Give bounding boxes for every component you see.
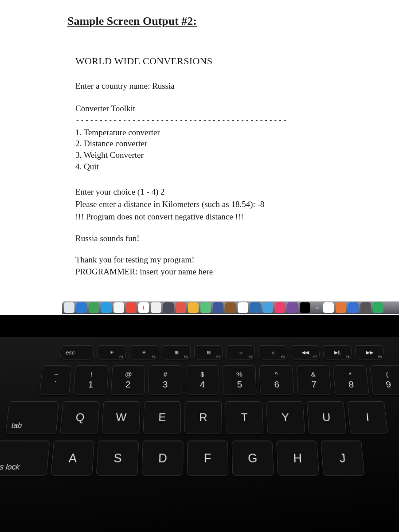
keyboard-key[interactable]: ☀F1 <box>97 345 126 360</box>
dock-app-icon[interactable] <box>89 302 99 313</box>
laptop-keyboard: esc☀F1☀F2⊞F3⊟F4☼F5☼F6◀◀F7▶||F8▶▶F9 ~`!1@… <box>0 337 399 532</box>
dock-app-icon[interactable] <box>64 302 74 313</box>
keyboard-key[interactable]: ⊟F4 <box>194 345 223 360</box>
keyboard-key[interactable]: #3 <box>148 365 182 395</box>
dock-app-icon[interactable] <box>262 302 273 313</box>
dock-app-icon[interactable] <box>213 302 223 313</box>
keyboard-key[interactable]: J <box>321 441 365 476</box>
keyboard-key[interactable]: ▶||F8 <box>322 345 352 360</box>
keyboard-key[interactable]: U <box>307 401 347 434</box>
keyboard-key[interactable]: D <box>141 441 184 476</box>
dock-app-icon[interactable] <box>76 302 87 313</box>
menu-item: 3. Weight Converter <box>75 149 399 161</box>
keyboard-key[interactable]: G <box>232 441 274 476</box>
keyboard-key[interactable]: ◀◀F7 <box>290 345 320 360</box>
keyboard-key[interactable]: ☀F2 <box>129 345 159 360</box>
keyboard-key[interactable]: S <box>96 441 139 476</box>
keyboard-key[interactable]: W <box>102 401 141 434</box>
qwerty-row: tabQWERTYUI <box>0 401 399 434</box>
dock-app-icon[interactable] <box>176 302 186 313</box>
keyboard-key[interactable]: @2 <box>111 365 145 395</box>
dock-app-icon[interactable] <box>373 302 383 313</box>
dock-app-icon[interactable] <box>238 302 248 313</box>
country-prompt: Enter a country name: Russia <box>75 80 399 92</box>
toolkit-header: Converter Toolkit <box>75 103 399 114</box>
keyboard-key[interactable]: %5 <box>223 365 257 395</box>
thanks-line: Thank you for testing my program! <box>75 254 399 266</box>
menu-item: 2. Distance converter <box>75 138 399 149</box>
dock-app-icon[interactable] <box>101 302 112 313</box>
keyboard-key[interactable]: esc <box>60 345 94 360</box>
dock-app-icon[interactable]: 1 <box>138 302 149 313</box>
dock-app-icon[interactable] <box>287 302 298 313</box>
dock-app-icon[interactable] <box>151 302 161 313</box>
distance-prompt: Please enter a distance in Kilometers (s… <box>75 199 399 210</box>
keyboard-key[interactable]: ▶▶F9 <box>355 345 385 360</box>
keyboard-key[interactable]: &7 <box>296 365 332 395</box>
dock-app-icon[interactable] <box>126 302 137 313</box>
dock-app-icon[interactable] <box>323 302 334 313</box>
macos-dock: 1tv <box>62 301 399 314</box>
dock-app-icon[interactable] <box>300 302 310 313</box>
dock-app-icon[interactable] <box>188 302 199 313</box>
keyboard-key[interactable]: A <box>51 441 94 476</box>
dock-app-icon[interactable] <box>348 302 359 313</box>
menu-item: 4. Quit <box>75 161 399 172</box>
dock-app-icon[interactable] <box>275 302 286 313</box>
dock-app-icon[interactable] <box>163 302 174 313</box>
keyboard-key[interactable]: Y <box>266 401 305 434</box>
doc-title: Sample Screen Output #2: <box>67 13 399 29</box>
keyboard-key[interactable]: $4 <box>185 365 219 395</box>
number-key-row: ~`!1@2#3$4%5^6&7*8(9 <box>0 365 399 395</box>
keyboard-key[interactable]: E <box>143 401 181 434</box>
laptop-screen: Sample Screen Output #2: WORLD WIDE CONV… <box>0 0 399 315</box>
keyboard-key[interactable]: ^6 <box>259 365 294 395</box>
divider-dashes: ----------------------------------------… <box>75 115 399 125</box>
choice-line: Enter your choice (1 - 4) 2 <box>75 186 399 198</box>
keyboard-key[interactable]: ⊞F3 <box>162 345 191 360</box>
keyboard-key[interactable]: ~` <box>39 365 72 395</box>
keyboard-key[interactable]: ☼F5 <box>226 345 255 360</box>
keyboard-key[interactable]: ☼F6 <box>258 345 288 360</box>
dock-app-icon[interactable] <box>360 302 371 313</box>
programmer-line: PROGRAMMER: insert your name here <box>75 266 399 277</box>
keyboard-key[interactable]: F <box>187 441 229 476</box>
keyboard-key[interactable]: Q <box>60 401 100 434</box>
keyboard-key[interactable]: H <box>276 441 320 476</box>
keyboard-key[interactable]: !1 <box>73 365 109 395</box>
error-line: !!! Program does not convert negative di… <box>75 211 399 223</box>
document-content: Sample Screen Output #2: WORLD WIDE CONV… <box>62 13 399 277</box>
keyboard-key[interactable]: tab <box>5 401 59 434</box>
menu-item: 1. Temperature converter <box>75 127 399 138</box>
keyboard-key[interactable]: I <box>347 401 388 434</box>
asdf-row: caps lockASDFGHJ <box>0 441 399 476</box>
keyboard-key[interactable]: (9 <box>370 365 399 395</box>
fun-line: Russia sounds fun! <box>75 233 399 244</box>
dock-app-icon[interactable] <box>250 302 261 313</box>
app-title: WORLD WIDE CONVERSIONS <box>75 55 399 68</box>
keyboard-key[interactable]: T <box>225 401 263 434</box>
dock-app-icon[interactable] <box>113 302 124 313</box>
keyboard-key[interactable]: R <box>184 401 222 434</box>
apple-tv-label: tv <box>313 305 321 311</box>
dock-app-icon[interactable] <box>200 302 211 313</box>
keyboard-key[interactable]: *8 <box>333 365 369 395</box>
dock-app-icon[interactable] <box>225 302 236 313</box>
function-key-row: esc☀F1☀F2⊞F3⊟F4☼F5☼F6◀◀F7▶||F8▶▶F9 <box>0 345 399 360</box>
keyboard-key[interactable]: caps lock <box>0 441 50 476</box>
dock-app-icon[interactable] <box>336 302 346 313</box>
